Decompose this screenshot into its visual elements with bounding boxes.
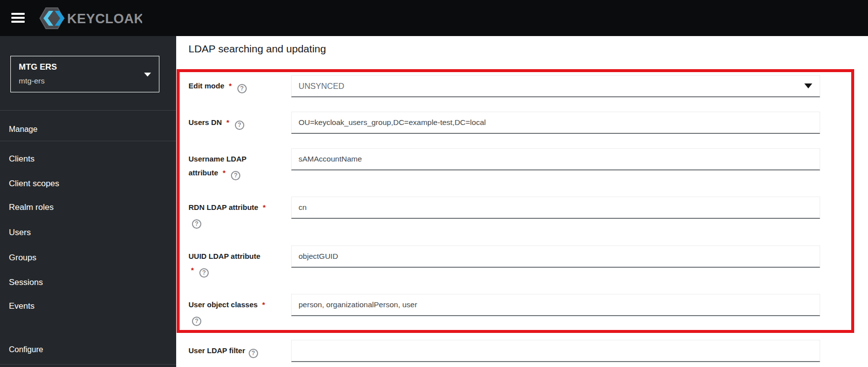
username-ldap-attribute-input[interactable]	[291, 148, 820, 170]
rdn-ldap-attribute-label: RDN LDAP attribute * ?	[189, 201, 276, 229]
brand-text: KEYCLOAK	[67, 11, 142, 26]
users-dn-label: Users DN * ?	[189, 116, 275, 130]
chevron-down-icon	[144, 73, 151, 77]
edit-mode-select[interactable]: UNSYNCED	[291, 75, 820, 97]
selected-value: UNSYNCED	[299, 82, 344, 91]
help-icon[interactable]: ?	[231, 171, 240, 180]
keycloak-logo: KEYCLOAK	[38, 6, 142, 31]
edit-mode-label: Edit mode * ?	[189, 79, 275, 93]
form-group-username-ldap-attribute: Username LDAP attribute * ?	[189, 148, 820, 170]
sidebar-section-configure: Configure	[9, 345, 43, 355]
help-icon[interactable]: ?	[235, 121, 244, 130]
form-group-user-ldap-filter: User LDAP filter?	[189, 340, 820, 362]
form-group-edit-mode: Edit mode * ? UNSYNCED	[189, 75, 820, 97]
form-group-rdn-ldap-attribute: RDN LDAP attribute * ?	[189, 197, 820, 219]
help-icon[interactable]: ?	[237, 84, 247, 93]
required-asterisk: *	[263, 203, 266, 211]
realm-name: MTG ERS	[19, 62, 151, 73]
main-content: LDAP searching and updating Edit mode * …	[176, 36, 868, 367]
keycloak-admin-console: KEYCLOAK MTG ERS mtg-ers Manage Clients …	[0, 0, 868, 367]
user-object-classes-label: User object classes * ?	[189, 298, 266, 326]
user-ldap-filter-input[interactable]	[291, 340, 820, 362]
hamburger-menu-icon[interactable]	[11, 13, 25, 23]
help-icon[interactable]: ?	[249, 349, 258, 358]
required-asterisk: *	[262, 300, 265, 309]
page-title: LDAP searching and updating	[189, 41, 326, 56]
chevron-down-icon	[804, 83, 812, 88]
help-icon[interactable]: ?	[199, 268, 209, 278]
sidebar: MTG ERS mtg-ers Manage Clients Client sc…	[0, 36, 176, 367]
uuid-ldap-attribute-label: UUID LDAP attribute * ?	[189, 249, 266, 278]
sidebar-item-sessions[interactable]: Sessions	[9, 277, 43, 288]
top-bar: KEYCLOAK	[0, 0, 868, 36]
sidebar-item-users[interactable]: Users	[9, 227, 31, 238]
sidebar-item-client-scopes[interactable]: Client scopes	[9, 178, 59, 189]
divider	[0, 110, 176, 111]
help-icon[interactable]: ?	[192, 219, 201, 229]
username-ldap-attribute-label: Username LDAP attribute * ?	[189, 152, 253, 180]
user-object-classes-input[interactable]	[291, 294, 820, 316]
form-group-users-dn: Users DN * ?	[189, 112, 820, 134]
sidebar-item-realm-roles[interactable]: Realm roles	[9, 202, 54, 213]
form-group-uuid-ldap-attribute: UUID LDAP attribute * ?	[189, 245, 820, 268]
sidebar-item-groups[interactable]: Groups	[9, 252, 37, 263]
required-asterisk: *	[226, 118, 229, 126]
sidebar-section-manage: Manage	[9, 124, 38, 134]
help-icon[interactable]: ?	[192, 317, 201, 326]
sidebar-item-clients[interactable]: Clients	[9, 154, 35, 164]
users-dn-input[interactable]	[291, 112, 820, 134]
required-asterisk: *	[229, 82, 232, 90]
user-ldap-filter-label: User LDAP filter?	[189, 344, 275, 358]
rdn-ldap-attribute-input[interactable]	[291, 197, 820, 219]
required-asterisk: *	[223, 168, 226, 177]
sidebar-item-events[interactable]: Events	[9, 301, 35, 312]
realm-selector[interactable]: MTG ERS mtg-ers	[10, 56, 159, 92]
divider	[0, 364, 176, 365]
uuid-ldap-attribute-input[interactable]	[291, 245, 820, 268]
realm-id: mtg-ers	[19, 76, 151, 86]
form-group-user-object-classes: User object classes * ?	[189, 294, 820, 316]
required-asterisk: *	[191, 266, 194, 274]
divider	[0, 141, 176, 141]
